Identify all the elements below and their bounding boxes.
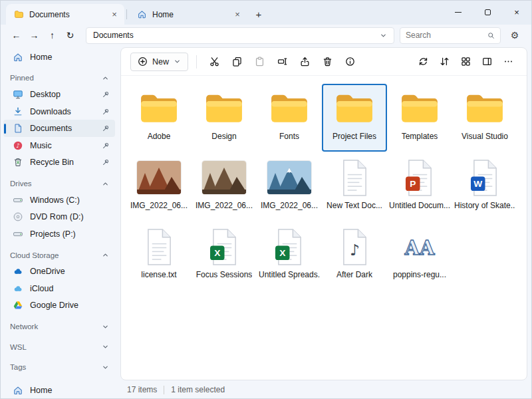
sidebar-section-network[interactable]: Network	[1, 319, 118, 334]
file-tile-img-2022-06[interactable]: IMG_2022_06...	[257, 153, 322, 221]
music-note-icon: ♪	[13, 140, 23, 151]
paste-button[interactable]	[250, 53, 269, 71]
new-button[interactable]: New	[130, 53, 188, 71]
sidebar-item-home[interactable]: Home	[3, 49, 115, 66]
pin-icon[interactable]	[102, 90, 110, 98]
chevron-down-icon[interactable]	[380, 32, 387, 39]
pin-icon[interactable]	[102, 124, 110, 132]
sidebar-item-label: OneDrive	[30, 267, 110, 276]
svg-text:♪: ♪	[350, 241, 360, 259]
file-tile-design[interactable]: Design	[192, 84, 257, 152]
up-button[interactable]: ↑	[43, 27, 61, 44]
sidebar-section-pinned[interactable]: Pinned	[1, 70, 118, 86]
maximize-button[interactable]	[473, 1, 502, 23]
image-thumbnail	[267, 156, 311, 199]
titlebar: Documents × Home × + ×	[1, 1, 531, 25]
copy-button[interactable]	[227, 53, 246, 71]
sidebar-item-projects-p[interactable]: Projects (P:)	[3, 225, 115, 243]
file-tile-untitled-spreads[interactable]: XUntitled Spreads...	[257, 222, 322, 290]
sidebar-item-label: Music	[30, 141, 95, 150]
explorer-tab-icon	[14, 9, 24, 19]
back-button[interactable]: ←	[7, 27, 25, 44]
file-tile-img-2022-06[interactable]: IMG_2022_06...	[192, 153, 257, 221]
file-tile-untitled-docum[interactable]: PUntitled Docum...	[387, 153, 452, 221]
home-tab-icon	[137, 9, 147, 19]
sidebar-item-dvd-rom-d[interactable]: DVD Rom (D:)	[3, 209, 115, 226]
file-tile-adobe[interactable]: Adobe	[126, 84, 192, 152]
file-label: IMG_2022_06...	[196, 201, 253, 210]
sidebar-section-tags[interactable]: Tags	[1, 360, 118, 376]
delete-button[interactable]	[318, 53, 336, 71]
chevron-up-icon[interactable]	[102, 180, 109, 188]
sidebar-item-label: Google Drive	[30, 301, 110, 310]
view-icon	[461, 57, 471, 66]
sidebar-section-wsl[interactable]: WSL	[1, 339, 118, 355]
sidebar-item-icloud[interactable]: iCloud	[3, 280, 115, 297]
chevron-down-icon[interactable]	[102, 343, 109, 350]
file-tile-history-of-skate[interactable]: WHistory of Skate...	[452, 153, 517, 221]
minimize-button[interactable]	[444, 1, 473, 23]
sidebar-item-google-drive[interactable]: Google Drive	[3, 297, 115, 315]
refresh-button[interactable]: ↻	[61, 27, 79, 44]
chevron-up-icon[interactable]	[102, 74, 109, 82]
tab-close-icon[interactable]: ×	[231, 9, 243, 21]
pin-icon[interactable]	[102, 142, 110, 150]
sidebar-item-documents[interactable]: Documents	[3, 120, 115, 137]
sidebar-section-drives[interactable]: Drives	[1, 176, 118, 192]
rename-button[interactable]	[273, 53, 291, 71]
forward-button[interactable]: →	[25, 27, 43, 44]
sidebar-item-windows-c[interactable]: Windows (C:)	[3, 192, 115, 209]
details-pane-button[interactable]	[477, 53, 496, 71]
settings-gear-button[interactable]: ⚙	[506, 27, 523, 44]
share-button[interactable]	[295, 53, 314, 71]
sidebar-item-label: Desktop	[30, 90, 95, 99]
more-options-button[interactable]	[499, 53, 517, 71]
tab-home[interactable]: Home ×	[129, 4, 247, 25]
sidebar-item-onedrive[interactable]: OneDrive	[3, 263, 115, 280]
cut-button[interactable]	[205, 53, 223, 71]
folder-icon	[138, 87, 180, 130]
sort-button[interactable]	[435, 53, 454, 71]
info-button[interactable]	[340, 53, 359, 71]
sidebar-item-home[interactable]: Home	[3, 382, 115, 399]
sync-button[interactable]	[414, 53, 432, 71]
close-button[interactable]: ×	[502, 1, 531, 23]
chevron-down-icon[interactable]	[102, 323, 109, 331]
chevron-down-icon	[174, 58, 181, 65]
file-tile-after-dark[interactable]: ♪After Dark	[322, 222, 387, 290]
chevron-up-icon[interactable]	[102, 251, 109, 259]
file-tile-visual-studio[interactable]: Visual Studio	[452, 84, 517, 152]
status-bar: 17 items 1 item selected	[120, 380, 527, 399]
sidebar: HomePinnedDesktopDownloadsDocuments♪Musi…	[1, 46, 119, 399]
search-box[interactable]: Search	[400, 27, 501, 44]
file-label: History of Skate...	[454, 201, 515, 210]
view-button[interactable]	[456, 53, 475, 71]
navigation-bar: ← → ↑ ↻ Documents Search ⚙	[1, 25, 531, 46]
details-pane-icon	[482, 57, 492, 66]
file-tile-focus-sessions[interactable]: XFocus Sessions	[192, 222, 257, 290]
tab-close-icon[interactable]: ×	[108, 9, 120, 21]
chevron-down-icon[interactable]	[102, 364, 109, 371]
sidebar-item-desktop[interactable]: Desktop	[3, 86, 115, 103]
tab-documents[interactable]: Documents ×	[6, 4, 124, 25]
file-tile-templates[interactable]: Templates	[387, 84, 452, 152]
file-label: Fonts	[279, 132, 299, 141]
new-tab-button[interactable]: +	[250, 6, 267, 22]
file-tile-license-txt[interactable]: license.txt	[126, 222, 192, 290]
file-tile-poppins-regu[interactable]: AApoppins-regu...	[387, 222, 452, 290]
file-tile-new-text-doc[interactable]: New Text Doc...	[322, 153, 387, 221]
drive-icon	[13, 195, 23, 205]
word-file-icon: W	[470, 156, 500, 199]
file-tile-img-2022-06[interactable]: IMG_2022_06...	[126, 153, 192, 221]
pin-icon[interactable]	[102, 158, 110, 166]
file-tile-fonts[interactable]: Fonts	[257, 84, 322, 152]
file-tile-project-files[interactable]: Project Files	[322, 84, 387, 152]
cut-icon	[209, 57, 219, 66]
sidebar-item-recycle-bin[interactable]: Recycle Bin	[3, 154, 115, 172]
google-drive-icon	[13, 300, 23, 311]
sidebar-item-downloads[interactable]: Downloads	[3, 103, 115, 120]
address-bar[interactable]: Documents	[86, 27, 394, 44]
pin-icon[interactable]	[102, 108, 110, 116]
sidebar-item-music[interactable]: ♪Music	[3, 137, 115, 154]
sidebar-section-cloud-storage[interactable]: Cloud Storage	[1, 247, 118, 263]
